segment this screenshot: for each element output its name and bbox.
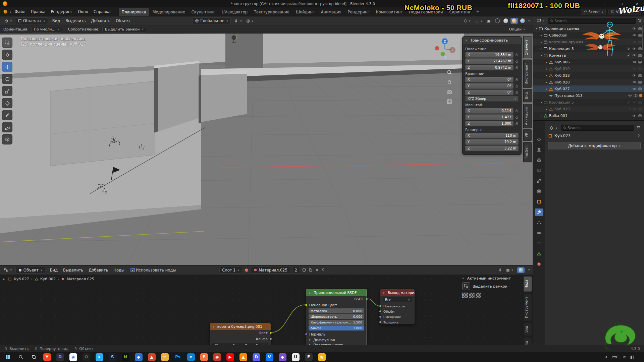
shader-type-dropdown[interactable]: Объект∨: [15, 267, 45, 274]
output-input-row[interactable]: Толщина: [380, 319, 415, 325]
rotation-field[interactable]: Y0°: [465, 83, 514, 89]
render-camera-icon[interactable]: [638, 33, 642, 37]
zoom-icon[interactable]: [447, 70, 452, 75]
shader-preview-toggle[interactable]: [517, 267, 525, 273]
outliner-row[interactable]: ▸ Куб.010: [533, 65, 644, 72]
bsdf-output[interactable]: BSDF: [306, 296, 367, 302]
outliner-search[interactable]: [548, 18, 636, 24]
tool-annotate[interactable]: [2, 110, 12, 120]
visibility-eye-icon[interactable]: [632, 87, 636, 91]
bsdf-slider[interactable]: Шероховатость0.000: [309, 314, 364, 319]
viewport-side-tab[interactable]: Элемент: [523, 36, 532, 58]
base-color-socket[interactable]: [305, 304, 308, 306]
visibility-eye-icon[interactable]: [632, 73, 636, 77]
tab-modifiers[interactable]: [535, 208, 543, 216]
outliner-row[interactable]: Пустышка.013: [533, 92, 644, 99]
orientation-dropdown[interactable]: По умолч...∨: [31, 26, 62, 33]
workspace-tab[interactable]: Планировка: [119, 8, 149, 16]
lock-icon[interactable]: [515, 78, 519, 81]
viewport-menu-item[interactable]: Объект: [113, 17, 133, 24]
visibility-eye-icon[interactable]: [632, 26, 636, 31]
render-camera-icon[interactable]: [638, 47, 642, 51]
input-socket[interactable]: [379, 321, 382, 323]
scale-field[interactable]: Y1.473: [465, 114, 514, 120]
location-field[interactable]: Z0.9742 m: [465, 65, 514, 70]
render-camera-icon[interactable]: [638, 73, 642, 77]
workspace-tab[interactable]: Рендеринг: [345, 8, 373, 16]
image-node-header[interactable]: ∨ворота бункер3.png.001: [210, 323, 271, 330]
unlink-material-icon[interactable]: [315, 268, 319, 272]
workspace-tab[interactable]: Шейдинг: [293, 8, 318, 16]
options-dropdown[interactable]: Опции∨: [508, 26, 527, 32]
taskbar-icon-app-yellow[interactable]: ◉: [315, 352, 328, 362]
bsdf-panel-group[interactable]: ▸Диффузная: [306, 337, 367, 342]
workspace-tab[interactable]: Моделирование: [150, 8, 188, 16]
tab-object-data[interactable]: [535, 250, 543, 257]
texture-thumb[interactable]: [469, 293, 475, 298]
taskbar-icon-yandex[interactable]: Y: [41, 352, 53, 362]
dimension-field[interactable]: Z3.22 m: [465, 145, 519, 151]
shader-menu-item[interactable]: Выделить: [60, 267, 86, 274]
breadcrumb-item[interactable]: Материал.025: [67, 277, 94, 281]
viewport-3d-canvas[interactable]: Пользовательская перспектива (25) Коллек…: [0, 34, 533, 265]
filter-funnel-icon[interactable]: [636, 126, 641, 130]
image-color-output[interactable]: Цвет: [210, 330, 271, 336]
image-file-field[interactable]: ворота бункер3.png.001: [212, 343, 268, 345]
lock-icon[interactable]: [515, 66, 519, 69]
shader-side-tab[interactable]: Инструмент: [523, 293, 532, 321]
tool-setting-dropdown[interactable]: Выделить рамкой∨: [102, 26, 147, 33]
render-camera-icon[interactable]: [638, 26, 642, 31]
tab-view-layer[interactable]: [535, 167, 543, 174]
texture-thumb[interactable]: [462, 293, 468, 298]
tab-output[interactable]: [535, 157, 543, 164]
outliner-search-input[interactable]: [554, 19, 634, 23]
pin-icon[interactable]: [321, 268, 325, 272]
viewport-side-tab[interactable]: Анимация: [523, 104, 532, 128]
tab-world[interactable]: [535, 188, 543, 195]
taskbar-icon-firefox[interactable]: F: [198, 352, 210, 362]
image-alpha-output[interactable]: Альфа: [210, 336, 271, 342]
tab-scene[interactable]: [535, 177, 543, 185]
material-users-button[interactable]: 2: [292, 267, 300, 274]
material-output-node[interactable]: ∨Вывод материала Все∨ Поверхность: [380, 289, 415, 324]
input-socket[interactable]: [379, 305, 382, 307]
visibility-eye-icon[interactable]: [632, 40, 636, 44]
tool-scale[interactable]: [2, 86, 12, 96]
copy-material-icon[interactable]: [308, 268, 313, 272]
viewport-side-tab[interactable]: Вид: [523, 89, 532, 102]
taskbar-icon-discord[interactable]: D: [54, 352, 66, 362]
visibility-eye-icon[interactable]: [632, 107, 636, 111]
location-field[interactable]: Y-1.4767 m: [465, 58, 514, 64]
shading-material-preview[interactable]: [511, 18, 518, 24]
bsdf-slider[interactable]: Коэффициент преломления1.500: [309, 320, 364, 325]
material-slot-dropdown[interactable]: Слот 1∨: [219, 267, 242, 274]
taskbar-icon-app-purple[interactable]: ◆: [276, 352, 289, 362]
properties-search[interactable]: [561, 125, 634, 131]
tab-constraints[interactable]: [535, 240, 543, 247]
render-camera-icon[interactable]: [638, 80, 642, 84]
viewport-side-tab[interactable]: Инструмент: [523, 60, 532, 88]
taskbar-search-icon[interactable]: [14, 352, 27, 362]
taskbar-icon-app-darkred[interactable]: ◉: [211, 352, 223, 362]
menu-item[interactable]: Справка: [91, 8, 113, 15]
taskbar-icon-ubisoft[interactable]: U: [289, 352, 302, 362]
language-indicator[interactable]: РУС: [612, 355, 619, 359]
menu-item[interactable]: Окно: [75, 8, 91, 15]
overlays-toggle[interactable]: ◌∨: [474, 18, 483, 24]
tool-transform[interactable]: [2, 98, 12, 108]
workspace-tab[interactable]: Скульптинг: [189, 8, 218, 16]
bsdf-slider[interactable]: Альфа1.000: [309, 325, 364, 330]
lock-icon[interactable]: [515, 84, 519, 88]
editor-type-button[interactable]: ∨: [548, 125, 559, 131]
taskbar-icon-youtube[interactable]: ▶: [224, 352, 236, 362]
visibility-eye-icon[interactable]: [632, 60, 636, 64]
notification-icon[interactable]: ◧: [630, 355, 634, 359]
lock-icon[interactable]: [515, 109, 519, 113]
visibility-eye-icon[interactable]: [632, 47, 636, 51]
start-button[interactable]: [1, 352, 14, 362]
viewport-menu-item[interactable]: Вид: [50, 17, 63, 24]
workspace-tab[interactable]: UV-редактор: [219, 8, 251, 16]
tab-tool[interactable]: [535, 136, 543, 143]
render-camera-icon[interactable]: [638, 107, 642, 111]
workspace-tab[interactable]: Текстурирование: [251, 8, 292, 16]
